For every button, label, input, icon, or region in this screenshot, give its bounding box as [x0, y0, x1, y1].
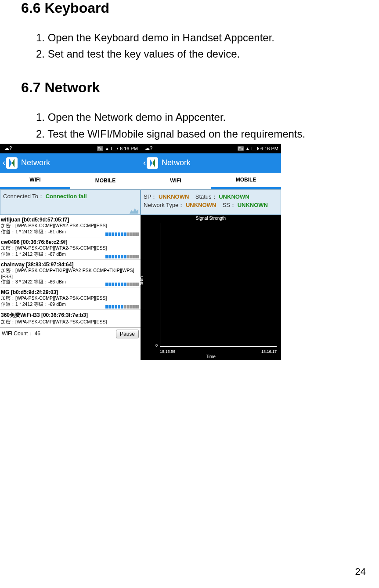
step-2: 2. Test the WIFI/Mobile signal based on …	[36, 126, 361, 142]
ss-value: UNKNOWN	[238, 202, 268, 208]
mobile-info: SP： UNKNOWN Status： UNKNOWN Network Type…	[141, 189, 281, 215]
wifi-encryption: 加密：[WPA-PSK-CCMP][WPA2-PSK-CCMP][ESS]	[1, 295, 140, 301]
step-text: Test the WIFI/Mobile signal based on the…	[47, 128, 305, 140]
step-text: Set and test the key values of the devic…	[48, 48, 240, 60]
connected-value: Connection fail	[46, 193, 87, 200]
tab-mobile[interactable]: MOBILE	[70, 173, 141, 189]
wifi-list[interactable]: wifijuan [b0:d5:9d:57:05:f7]加密：[WPA-PSK-…	[0, 215, 141, 327]
screenshot-wifi: ☁? Fn ▴ 6:16 PM ‹ Network WIFI MOBILE Co…	[0, 144, 141, 360]
x-axis-label: Time	[206, 354, 216, 359]
wifi-count-value: 46	[35, 330, 40, 337]
signal-bars-icon	[105, 232, 139, 236]
plot-area	[160, 223, 277, 347]
ss-label: SS：	[223, 202, 236, 208]
signal-bars-icon	[105, 255, 139, 258]
chart-title: Signal Strength	[141, 215, 281, 221]
x-tick-right: 18:16:17	[261, 349, 277, 354]
heading-network: 6.7 Network	[21, 80, 361, 96]
wifi-encryption: 加密：[WPA-PSK-CCMP+TKIP][WPA2-PSK-CCMP+TKI…	[1, 268, 140, 279]
wifi-row[interactable]: 360免费WiFi-B3 [00:36:76:3f:7e:b3]加密：[WPA-…	[0, 310, 141, 327]
y-tick-zero: 0	[155, 343, 158, 348]
app-title: Network	[162, 158, 191, 167]
back-icon[interactable]: ‹	[3, 158, 5, 167]
signal-icon: ▴	[106, 145, 108, 151]
signal-icon: ▴	[246, 145, 249, 151]
page-number: 24	[355, 566, 366, 577]
wifi-row[interactable]: MG [b0:d5:9d:2f:29:03]加密：[WPA-PSK-CCMP][…	[0, 287, 141, 310]
title-bar: ‹ Network	[141, 153, 281, 173]
network-steps: 1. Open the Network demo in Appcenter. 2…	[21, 109, 361, 142]
wifi-name: wifijuan [b0:d5:9d:57:05:f7]	[1, 217, 140, 223]
clock: 6:16 PM	[260, 146, 278, 151]
wifi-row[interactable]: wifijuan [b0:d5:9d:57:05:f7]加密：[WPA-PSK-…	[0, 215, 141, 237]
tabs: WIFI MOBILE	[141, 173, 281, 189]
status-label: Status：	[195, 193, 217, 200]
fn-indicator: Fn	[238, 146, 244, 151]
status-bar: ☁? Fn ▴ 6:16 PM	[141, 144, 281, 153]
battery-icon	[252, 147, 258, 150]
tabs: WIFI MOBILE	[0, 173, 141, 189]
wifi-encryption: 加密：[WPA-PSK-CCMP][WPA2-PSK-CCMP][ESS]	[1, 223, 140, 229]
step-text: Open the Keyboard demo in Handset Appcen…	[48, 32, 274, 44]
tab-mobile[interactable]: MOBILE	[211, 173, 281, 189]
step-2: 2. Set and test the key values of the de…	[36, 46, 361, 62]
title-bar: ‹ Network	[0, 153, 141, 173]
nettype-value: UNKNOWN	[186, 202, 216, 208]
y-axis-label: dBm	[139, 276, 144, 285]
app-title: Network	[21, 158, 50, 167]
pause-button[interactable]: Pause	[116, 330, 139, 338]
status-bar: ☁? Fn ▴ 6:16 PM	[0, 144, 141, 153]
cloud-icon: ☁?	[145, 145, 152, 151]
sp-label: SP：	[144, 193, 157, 200]
step-1: 1. Open the Network demo in Appcenter.	[36, 109, 361, 125]
wifi-row[interactable]: chainway [38:83:45:97:84:64]加密：[WPA-PSK-…	[0, 260, 141, 287]
app-icon	[6, 157, 18, 169]
signal-chart: Signal Strength dBm 0 18:15:56 18:16:17 …	[141, 215, 281, 360]
wifi-row[interactable]: cw0496 [00:36:76:6e:c2:9f]加密：[WPA-PSK-CC…	[0, 237, 141, 260]
app-icon	[147, 157, 158, 169]
x-tick-left: 18:15:56	[160, 349, 175, 354]
cloud-icon: ☁?	[4, 145, 12, 151]
wifi-footer: WiFi Count： 46 Pause	[0, 327, 141, 340]
wifi-name: cw0496 [00:36:76:6e:c2:9f]	[1, 239, 140, 245]
wifi-name: 360免费WiFi-B3 [00:36:76:3f:7e:b3]	[1, 312, 140, 319]
fn-indicator: Fn	[97, 146, 104, 151]
step-text: Open the Network demo in Appcenter.	[48, 111, 226, 123]
wifi-encryption: 加密：[WPA-PSK-CCMP][WPA2-PSK-CCMP][ESS]	[1, 245, 140, 251]
signal-bars-icon	[105, 283, 139, 286]
wifi-name: chainway [38:83:45:97:84:64]	[1, 261, 140, 268]
wifi-count-label: WiFi Count：	[2, 330, 33, 337]
nettype-label: Network Type：	[144, 202, 184, 208]
tab-wifi[interactable]: WIFI	[0, 173, 70, 189]
clock: 6:16 PM	[120, 146, 138, 151]
connection-info: Connected To： Connection fail	[0, 189, 141, 215]
wifi-name: MG [b0:d5:9d:2f:29:03]	[1, 289, 140, 295]
connected-label: Connected To：	[3, 193, 44, 200]
battery-icon	[111, 147, 117, 150]
svg-marker-0	[130, 208, 138, 214]
step-1: 1. Open the Keyboard demo in Handset App…	[36, 29, 361, 46]
keyboard-steps: 1. Open the Keyboard demo in Handset App…	[21, 29, 361, 62]
house-icon	[130, 207, 138, 214]
sp-value: UNKNOWN	[159, 193, 189, 200]
wifi-encryption: 加密：[WPA-PSK-CCMP][WPA2-PSK-CCMP][ESS]	[1, 319, 140, 325]
signal-bars-icon	[105, 305, 139, 309]
tab-wifi[interactable]: WIFI	[141, 173, 211, 189]
back-icon[interactable]: ‹	[143, 158, 146, 167]
screenshot-mobile: ☁? Fn ▴ 6:16 PM ‹ Network WIFI MOBILE SP…	[141, 144, 281, 360]
status-value: UNKNOWN	[219, 193, 249, 200]
heading-keyboard: 6.6 Keyboard	[21, 0, 361, 16]
